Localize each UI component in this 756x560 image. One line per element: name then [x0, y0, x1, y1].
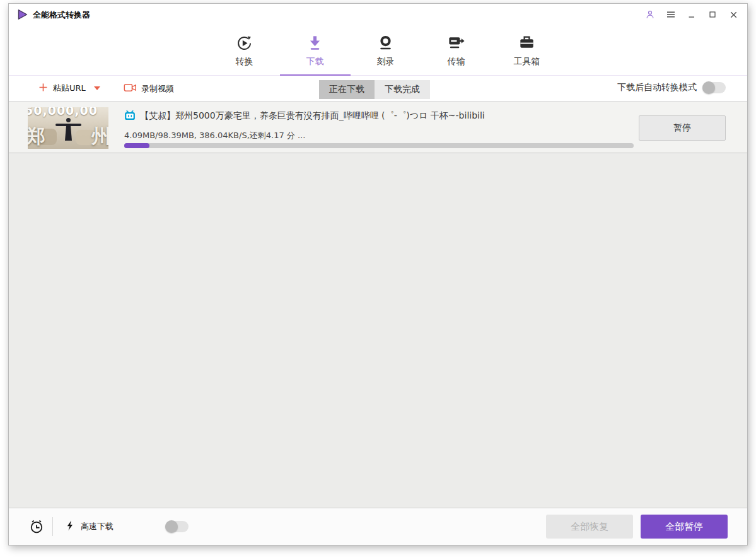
footer-bar: 高速下载 全部恢复 全部暂停	[9, 508, 747, 545]
bilibili-icon	[124, 110, 136, 125]
record-video-button[interactable]: 录制视频	[124, 82, 174, 95]
download-toolbar: 粘贴URL 录制视频 正在下载 下载完成 下载后自动转换模式	[9, 76, 747, 102]
tab-downloading[interactable]: 正在下载	[319, 80, 375, 99]
titlebar: 全能格式转换器	[9, 4, 747, 25]
menu-icon[interactable]	[663, 7, 678, 22]
footer-divider	[52, 517, 53, 536]
download-progress-bar	[124, 143, 634, 148]
video-camera-icon	[124, 82, 137, 95]
plus-icon	[38, 82, 49, 95]
convert-icon	[235, 32, 254, 53]
progress-fill	[124, 143, 149, 148]
video-thumbnail[interactable]: 50,000,00 郑 州	[28, 107, 108, 149]
high-speed-toggle[interactable]	[165, 521, 189, 532]
app-window: 全能格式转换器	[8, 3, 748, 545]
download-list-area	[9, 153, 747, 508]
lightning-icon	[64, 519, 76, 534]
toolbox-icon	[517, 32, 537, 53]
toggle-knob	[702, 81, 715, 94]
auto-convert-label: 下载后自动转换模式	[617, 82, 697, 93]
auto-convert-toggle[interactable]	[702, 82, 726, 93]
tab-toolbox-label: 工具箱	[514, 56, 540, 67]
download-filter-tabs: 正在下载 下载完成	[319, 80, 430, 99]
tab-burn[interactable]: 刻录	[351, 32, 421, 76]
tab-convert-label: 转换	[236, 56, 253, 67]
high-speed-label: 高速下载	[81, 521, 113, 532]
close-button[interactable]	[726, 7, 741, 22]
paste-url-button[interactable]: 粘贴URL	[38, 82, 100, 95]
paste-url-label: 粘贴URL	[53, 83, 86, 94]
app-title: 全能格式转换器	[33, 9, 90, 21]
tab-burn-label: 刻录	[377, 56, 395, 67]
chevron-down-icon[interactable]	[94, 86, 100, 90]
pause-all-button[interactable]: 全部暂停	[641, 515, 728, 539]
schedule-timer-icon[interactable]	[28, 518, 45, 537]
burn-icon	[376, 32, 395, 53]
download-progress-text: 4.09MB/98.39MB, 386.04KB/S,还剩4.17 分 ...	[124, 130, 305, 141]
thumbnail-overlay-right: 州	[91, 124, 108, 149]
maximize-button[interactable]	[705, 7, 720, 22]
minimize-button[interactable]	[684, 7, 699, 22]
auto-convert-setting: 下载后自动转换模式	[617, 82, 726, 93]
main-nav: 转换 下载 刻录	[9, 25, 747, 76]
tab-convert[interactable]: 转换	[209, 32, 280, 76]
tab-toolbox[interactable]: 工具箱	[492, 32, 562, 76]
user-icon[interactable]	[643, 7, 658, 22]
thumbnail-overlay-left: 郑	[28, 124, 45, 149]
pause-button[interactable]: 暂停	[639, 115, 726, 141]
tab-download-label: 下载	[306, 56, 324, 67]
tab-transfer[interactable]: 传输	[421, 32, 492, 76]
titlebar-controls	[643, 7, 741, 22]
thumbnail-overlay-top: 50,000,00	[28, 107, 108, 117]
record-video-label: 录制视频	[141, 83, 174, 95]
download-item-title: 【艾叔】郑州5000万豪宅里，养条巨贵有没有排面_哔哩哔哩 (゜-゜)つロ 干杯…	[140, 110, 619, 122]
tab-transfer-label: 传输	[448, 56, 465, 67]
transfer-icon	[446, 32, 466, 53]
resume-all-button[interactable]: 全部恢复	[546, 515, 633, 539]
download-icon	[305, 32, 325, 53]
download-item-row: 50,000,00 郑 州 【艾叔】郑州5000万豪宅里，养条巨贵有没有排面_哔…	[9, 102, 747, 153]
tab-download[interactable]: 下载	[280, 32, 351, 76]
toggle-knob	[165, 520, 178, 533]
high-speed-setting: 高速下载	[64, 519, 113, 534]
app-logo-play-icon	[16, 8, 28, 21]
tab-download-complete[interactable]: 下载完成	[375, 80, 430, 99]
